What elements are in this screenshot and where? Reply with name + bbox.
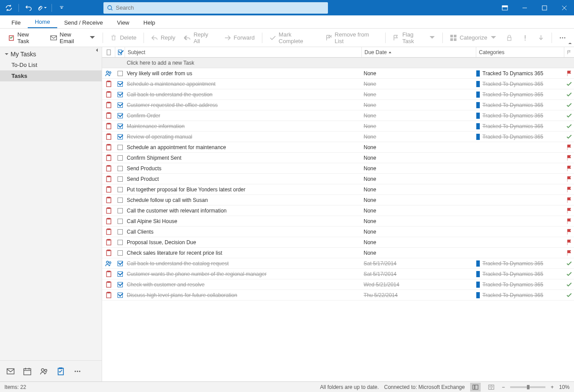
minimize-button[interactable] [515,0,534,15]
complete-checkbox[interactable] [115,166,125,171]
complete-checkbox[interactable] [115,81,125,87]
complete-checkbox[interactable] [115,219,125,224]
categorize-button[interactable]: Categorize [446,33,500,43]
task-row[interactable]: Put together proposal for Blue Yonders l… [102,184,574,195]
flag-column-header[interactable] [564,47,574,57]
flag-icon[interactable] [564,134,574,140]
task-row[interactable]: Customer wants the phone number of the r… [102,269,574,279]
forward-button[interactable]: Forward [221,33,258,43]
flag-icon[interactable] [564,197,574,203]
due-date-column-header[interactable]: Due Date [362,47,476,57]
task-row[interactable]: Call Alpine Ski HouseNone [102,216,574,227]
task-row[interactable]: Call back to understand the catalog requ… [102,258,574,269]
complete-checkbox[interactable] [115,155,125,161]
reply-button[interactable]: Reply [147,33,179,43]
task-row[interactable]: Call ClientsNone [102,227,574,237]
menu-file[interactable]: File [4,17,28,28]
flag-icon[interactable] [564,165,574,172]
complete-column-header[interactable] [115,47,125,57]
task-row[interactable]: Call the customer with relevant informat… [102,205,574,216]
complete-checkbox[interactable] [115,240,125,245]
search-box[interactable] [103,2,328,14]
task-row[interactable]: Send ProductsNone [102,163,574,174]
flag-icon[interactable] [564,260,574,267]
menu-send-receive[interactable]: Send / Receive [57,17,110,28]
icon-column-header[interactable] [102,47,115,57]
task-row[interactable]: Schedule an appointment for maintenanceN… [102,142,574,153]
task-row[interactable]: Schedule follow up call with SusanNone [102,195,574,205]
remove-from-list-button[interactable]: Remove from List [322,29,382,46]
flag-icon[interactable] [564,208,574,214]
ribbon-display-icon[interactable] [495,0,515,15]
attachment-dropdown-icon[interactable] [37,3,47,13]
task-row[interactable]: Customer requested the office addressNon… [102,100,574,110]
flag-icon[interactable] [564,218,574,224]
menu-help[interactable]: Help [136,17,162,28]
collapse-ribbon-icon[interactable] [568,41,572,46]
complete-checkbox[interactable] [115,124,125,129]
more-nav-icon[interactable] [73,367,82,376]
task-row[interactable]: Confirm Shipment SentNone [102,153,574,163]
task-row[interactable]: Review of operating manualNoneTracked To… [102,132,574,142]
flag-icon[interactable] [564,282,574,288]
complete-checkbox[interactable] [115,208,125,213]
complete-checkbox[interactable] [115,198,125,203]
tasks-nav-icon[interactable] [56,367,65,376]
complete-checkbox[interactable] [115,103,125,108]
flag-icon[interactable] [564,292,574,298]
close-button[interactable] [554,0,574,15]
complete-checkbox[interactable] [115,92,125,97]
complete-checkbox[interactable] [115,145,125,150]
complete-checkbox[interactable] [115,271,125,277]
flag-icon[interactable] [564,92,574,98]
flag-icon[interactable] [564,187,574,193]
complete-checkbox[interactable] [115,113,125,118]
task-row[interactable]: Send ProductNone [102,174,574,184]
sidebar-item-tasks[interactable]: Tasks [0,70,102,81]
flag-icon[interactable] [564,102,574,108]
reading-view-button[interactable] [486,383,497,392]
new-email-button[interactable]: New Email [47,29,99,46]
flag-icon[interactable] [564,250,574,256]
normal-view-button[interactable] [470,383,481,392]
add-task-row[interactable]: Click here to add a new Task [102,58,574,68]
undo-icon[interactable] [23,3,34,13]
complete-checkbox[interactable] [115,282,125,287]
flag-task-button[interactable]: Flag Task [389,29,439,46]
zoom-out-button[interactable]: − [502,384,505,390]
low-importance-button[interactable] [534,33,548,43]
sidebar-header-my-tasks[interactable]: My Tasks [0,47,102,59]
task-row[interactable]: Maintenance informationNoneTracked To Dy… [102,121,574,132]
complete-checkbox[interactable] [115,134,125,139]
delete-button[interactable]: Delete [107,33,140,43]
private-button[interactable] [502,33,516,43]
flag-icon[interactable] [564,81,574,87]
flag-icon[interactable] [564,229,574,235]
flag-icon[interactable] [564,144,574,150]
complete-checkbox[interactable] [115,71,125,76]
menu-home[interactable]: Home [28,16,57,28]
collapse-sidebar-icon[interactable] [95,48,99,52]
complete-checkbox[interactable] [115,176,125,182]
subject-column-header[interactable]: Subject [125,47,362,57]
task-row[interactable]: Call back to understand the questionNone… [102,89,574,100]
flag-icon[interactable] [564,123,574,129]
categories-column-header[interactable]: Categories [476,47,564,57]
task-row[interactable]: Very likely will order from usNoneTracke… [102,68,574,79]
flag-icon[interactable] [564,176,574,182]
task-row[interactable]: Confirm OrderNoneTracked To Dynamics 365 [102,110,574,121]
calendar-nav-icon[interactable] [23,367,32,376]
flag-icon[interactable] [564,70,574,77]
maximize-button[interactable] [534,0,554,15]
task-row[interactable]: Proposal Issue, Decision DueNone [102,237,574,248]
reply-all-button[interactable]: Reply All [180,29,219,46]
complete-checkbox[interactable] [115,261,125,266]
flag-icon[interactable] [564,271,574,277]
task-row[interactable]: Schedule a maintenance appointmentNoneTr… [102,79,574,89]
flag-icon[interactable] [564,239,574,245]
sync-icon[interactable] [4,3,14,13]
task-row[interactable]: Discuss high level plans for future coll… [102,290,574,300]
high-importance-button[interactable] [518,33,532,43]
new-task-button[interactable]: New Task [4,29,45,46]
qat-customize-icon[interactable] [56,3,67,13]
